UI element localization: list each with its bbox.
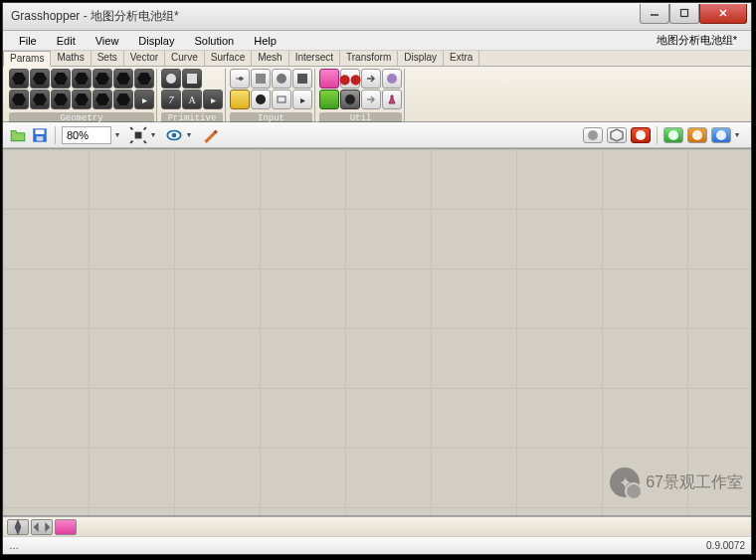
sketch-button[interactable] — [201, 126, 219, 144]
group-input: ▸ Input — [228, 69, 315, 121]
menu-solution[interactable]: Solution — [184, 34, 244, 48]
version-label: 0.9.0072 — [706, 540, 745, 551]
param-brep-icon[interactable] — [113, 69, 133, 89]
svg-point-3 — [239, 77, 243, 81]
separator — [657, 126, 658, 144]
open-file-button[interactable] — [9, 126, 27, 144]
param-integer-icon[interactable] — [182, 69, 202, 89]
tab-extra[interactable]: Extra — [444, 51, 479, 66]
titlebar: Grasshopper - 地图分析电池组* — [3, 3, 751, 31]
param-number-icon[interactable]: 7 — [161, 90, 181, 109]
cherry-icon[interactable]: ⬤⬤ — [340, 69, 360, 89]
svg-rect-6 — [36, 129, 45, 134]
param-geometry-icon[interactable] — [93, 90, 112, 109]
menu-help[interactable]: Help — [244, 34, 286, 48]
svg-point-10 — [172, 132, 177, 137]
color-swatch-icon[interactable] — [230, 90, 250, 109]
close-button[interactable] — [699, 4, 747, 24]
tab-vector[interactable]: Vector — [124, 51, 165, 66]
data-recorder-icon[interactable] — [361, 90, 381, 109]
zoom-dropdown[interactable]: ▾ — [115, 130, 125, 139]
mru-icon[interactable] — [31, 519, 53, 535]
wechat-icon: ✦ — [610, 467, 640, 497]
param-field-icon[interactable] — [113, 90, 133, 109]
param-boolean-icon[interactable] — [161, 69, 181, 89]
separator — [55, 126, 56, 144]
param-rect-icon[interactable] — [51, 90, 71, 109]
compass-icon[interactable] — [7, 519, 29, 535]
param-plane-icon[interactable] — [30, 90, 50, 109]
window-controls — [640, 4, 747, 24]
tab-params[interactable]: Params — [3, 51, 51, 67]
status-left: … — [9, 540, 19, 551]
param-box-icon[interactable] — [72, 90, 92, 109]
input-more-icon[interactable]: ▸ — [292, 90, 312, 109]
param-point-icon[interactable] — [9, 69, 29, 89]
document-name[interactable]: 地图分析电池组* — [649, 32, 745, 49]
timer-icon[interactable] — [340, 90, 360, 109]
slider-icon[interactable] — [230, 69, 250, 89]
graph-mapper-icon[interactable] — [251, 90, 271, 109]
jump-icon[interactable] — [361, 69, 381, 89]
svg-rect-1 — [681, 10, 688, 17]
preview-settings-button[interactable] — [711, 127, 731, 143]
param-mesh-icon[interactable] — [134, 69, 154, 89]
menu-display[interactable]: Display — [128, 34, 184, 48]
menu-edit[interactable]: Edit — [47, 34, 86, 48]
watermark-text: 67景观工作室 — [646, 472, 743, 493]
geometry-more-icon[interactable]: ▸ — [134, 90, 154, 109]
scribble-icon[interactable] — [319, 69, 339, 89]
svg-rect-8 — [135, 131, 142, 138]
zoom-extents-button[interactable] — [129, 126, 147, 144]
menubar: File Edit View Display Solution Help 地图分… — [3, 31, 751, 51]
tab-maths[interactable]: Maths — [51, 51, 91, 66]
value-list-icon[interactable] — [272, 90, 291, 109]
zoom-input[interactable] — [62, 126, 111, 144]
button-icon[interactable] — [272, 69, 291, 89]
watermark: ✦ 67景观工作室 — [610, 467, 743, 497]
preview-selected-button[interactable] — [663, 127, 683, 143]
maximize-button[interactable] — [669, 4, 699, 24]
zoom-extents-dropdown[interactable]: ▾ — [151, 130, 161, 139]
param-surface-icon[interactable] — [93, 69, 112, 89]
preview-mesh-button[interactable] — [687, 127, 707, 143]
tab-surface[interactable]: Surface — [205, 51, 252, 66]
tab-mesh[interactable]: Mesh — [252, 51, 288, 66]
toggle-icon[interactable] — [292, 69, 312, 89]
canvas-toolbar: ▾ ▾ ▾ ▾ — [3, 122, 751, 148]
group-geometry: ▸ Geometry — [7, 69, 157, 121]
menu-file[interactable]: File — [9, 34, 47, 48]
named-view-button[interactable] — [165, 126, 183, 144]
named-view-dropdown[interactable]: ▾ — [187, 130, 197, 139]
tab-curve[interactable]: Curve — [165, 51, 205, 66]
ribbon: ▸ Geometry 7 A ▸ Primitive — [3, 67, 751, 122]
statusbar: … 0.9.0072 — [3, 536, 751, 554]
data-dam-icon[interactable] — [382, 69, 402, 89]
tab-display[interactable]: Display — [398, 51, 444, 66]
component-tabs: Params Maths Sets Vector Curve Surface M… — [3, 51, 751, 67]
group-util: ⬤⬤ Util — [317, 69, 405, 121]
primitive-more-icon[interactable]: ▸ — [203, 90, 223, 109]
preview-wireframe-button[interactable] — [607, 127, 627, 143]
panel-icon[interactable] — [251, 69, 271, 89]
param-circle-icon[interactable] — [51, 69, 71, 89]
group-primitive: 7 A ▸ Primitive — [159, 69, 226, 121]
tab-intersect[interactable]: Intersect — [289, 51, 340, 66]
param-line-icon[interactable] — [9, 90, 29, 109]
param-curve-icon[interactable] — [72, 69, 92, 89]
save-file-button[interactable] — [31, 126, 49, 144]
cluster-icon[interactable] — [319, 90, 339, 109]
tab-transform[interactable]: Transform — [340, 51, 398, 66]
flask-icon[interactable] — [382, 90, 402, 109]
preview-settings-dropdown[interactable]: ▾ — [735, 130, 745, 139]
minimize-button[interactable] — [640, 4, 669, 24]
canvas[interactable]: ✦ 67景观工作室 — [3, 148, 751, 516]
preview-shaded-button[interactable] — [631, 127, 651, 143]
param-string-icon[interactable]: A — [182, 90, 202, 109]
preview-off-button[interactable] — [583, 127, 603, 143]
app-window: Grasshopper - 地图分析电池组* File Edit View Di… — [2, 2, 752, 555]
tab-sets[interactable]: Sets — [92, 51, 124, 66]
menu-view[interactable]: View — [86, 34, 129, 48]
param-vector-icon[interactable] — [30, 69, 50, 89]
markov-icon[interactable] — [55, 519, 77, 535]
